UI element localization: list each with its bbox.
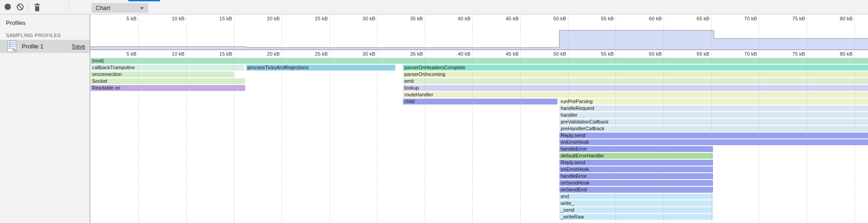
frame-lookup[interactable]: lookup — [403, 85, 868, 91]
overview-divider — [90, 50, 868, 50]
frame-handler[interactable]: handler — [559, 112, 868, 118]
frame-_writeRaw[interactable]: _writeRaw — [559, 214, 713, 220]
frame-write_[interactable]: write_ — [559, 200, 713, 206]
ruler-tick-label: 15 kB — [207, 51, 232, 57]
ruler-tick-label: 60 kB — [636, 51, 662, 57]
frame-emit[interactable]: emit — [403, 78, 868, 84]
frame-end[interactable]: end — [559, 194, 713, 199]
frame-onSendEnd[interactable]: onSendEnd — [559, 187, 713, 193]
ruler-tick-label: 35 kB — [398, 51, 423, 57]
frame-_send[interactable]: _send — [559, 207, 713, 213]
frame-onErrorHook[interactable]: onErrorHook — [559, 139, 868, 145]
frame-parserOnHeadersComplete[interactable]: parserOnHeadersComplete — [403, 65, 868, 71]
frame-Reply.send[interactable]: Reply.send — [559, 160, 713, 166]
frame-Readable.on[interactable]: Readable.on — [91, 85, 245, 91]
frame-handleRequest[interactable]: handleRequest — [559, 105, 868, 111]
frame-root[interactable]: (root) — [91, 58, 868, 64]
frame-Reply.send[interactable]: Reply.send — [559, 133, 868, 138]
frame-parserOnIncoming[interactable]: parserOnIncoming — [403, 71, 868, 77]
ruler-tick-label: 10 kB — [159, 51, 184, 57]
heap-profiler-panel: Chart Profiles SAMPLING PROFILES % Profi… — [0, 0, 868, 223]
ruler-tick-label: 50 kB — [541, 51, 566, 57]
frame-onErrorHook[interactable]: onErrorHook — [559, 166, 713, 172]
frame-routeHandler[interactable]: routeHandler — [403, 92, 868, 98]
ruler-tick-label: 20 kB — [254, 51, 280, 57]
toolbar-separator — [69, 2, 69, 12]
frame-preHandlerCallback[interactable]: preHandlerCallback — [559, 126, 868, 132]
active-tab-underline — [128, 0, 160, 1]
frame-onSendHook[interactable]: onSendHook — [559, 180, 713, 186]
sidebar-section-label: SAMPLING PROFILES — [6, 33, 61, 38]
frame-child[interactable]: child — [403, 99, 558, 104]
record-icon[interactable] — [5, 4, 11, 10]
toolbar-separator — [28, 3, 28, 11]
ruler-tick-label: 55 kB — [588, 51, 614, 57]
frame-runPreParsing[interactable]: runPreParsing — [559, 99, 868, 104]
trash-icon[interactable] — [34, 3, 41, 12]
frame-preValidationCallback[interactable]: preValidationCallback — [559, 119, 868, 125]
ruler-tick-label: 70 kB — [732, 51, 757, 57]
memory-overview-graph[interactable] — [91, 14, 868, 50]
ruler-tick-label: 25 kB — [302, 51, 328, 57]
frame-callbackTrampoline[interactable]: callbackTrampoline — [91, 65, 244, 71]
chevron-down-icon — [140, 7, 144, 9]
view-mode-value: Chart — [96, 5, 110, 11]
ruler-tick-label: 45 kB — [493, 51, 519, 57]
sidebar-title: Profiles — [6, 19, 25, 26]
frame-handleError[interactable]: handleError — [559, 146, 713, 152]
profiles-sidebar: Profiles SAMPLING PROFILES % Profile 1 S… — [0, 14, 90, 223]
frame-Socket[interactable]: Socket — [91, 78, 245, 84]
profile-document-icon: % — [7, 41, 16, 52]
ruler-tick-label: 30 kB — [350, 51, 375, 57]
flame-chart-pane[interactable]: 5 kB10 kB15 kB20 kB25 kB30 kB35 kB40 kB4… — [90, 14, 868, 223]
frame-handleError[interactable]: handleError — [559, 173, 713, 179]
ruler-tick-label: 80 kB — [827, 51, 853, 57]
frame-onconnection[interactable]: onconnection — [91, 71, 234, 77]
ruler-tick-label: 65 kB — [684, 51, 709, 57]
ruler-tick-label: 5 kB — [111, 51, 136, 57]
view-mode-select[interactable]: Chart — [92, 3, 148, 13]
profiler-toolbar: Chart — [0, 0, 868, 14]
ruler-tick-label: 40 kB — [445, 51, 470, 57]
clear-icon[interactable] — [16, 3, 24, 11]
frame-processTicksAndRejections[interactable]: processTicksAndRejections — [246, 65, 395, 71]
profile-name: Profile 1 — [22, 43, 44, 50]
frame-defaultErrorHandler[interactable]: defaultErrorHandler — [559, 153, 713, 159]
save-link[interactable]: Save — [72, 43, 85, 50]
svg-text:%: % — [12, 47, 16, 52]
ruler-tick-label: 75 kB — [780, 51, 805, 57]
sidebar-item-profile-1[interactable]: % Profile 1 Save — [0, 40, 90, 53]
